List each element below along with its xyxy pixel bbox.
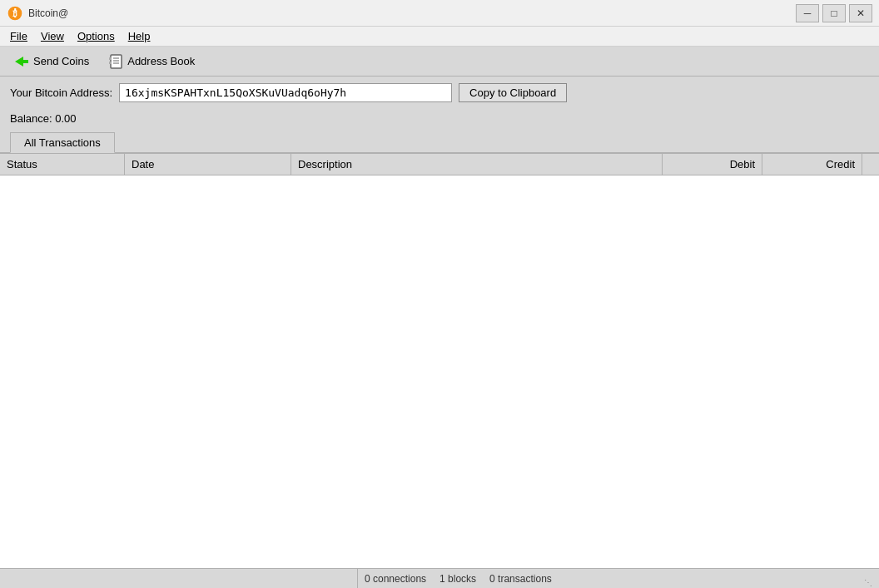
- address-label: Your Bitcoin Address:: [10, 86, 112, 99]
- resize-icon: ⋱: [856, 571, 872, 587]
- svg-marker-2: [15, 57, 28, 67]
- menu-help[interactable]: Help: [122, 28, 157, 44]
- status-blocks: 1 blocks: [440, 573, 476, 585]
- window-title: Bitcoin@: [28, 7, 68, 19]
- title-bar-controls: ─ □ ✕: [796, 4, 872, 22]
- status-left: [0, 569, 358, 588]
- column-header-debit: Debit: [663, 154, 762, 175]
- svg-rect-3: [111, 55, 122, 68]
- address-book-label: Address Book: [127, 55, 195, 67]
- column-header-credit: Credit: [762, 154, 862, 175]
- status-transactions: 0 transactions: [489, 573, 552, 585]
- column-header-description: Description: [291, 154, 663, 175]
- svg-rect-5: [109, 62, 112, 64]
- table-header: Status Date Description Debit Credit: [0, 154, 879, 175]
- address-bar: Your Bitcoin Address: Copy to Clipboard: [0, 77, 879, 109]
- balance-bar: Balance: 0.00: [0, 109, 879, 131]
- bitcoin-address-input[interactable]: [119, 83, 452, 102]
- status-bar: 0 connections 1 blocks 0 transactions ⋱: [0, 568, 879, 588]
- column-header-status: Status: [0, 154, 125, 175]
- bitcoin-logo-icon: ₿: [7, 5, 23, 22]
- send-coins-button[interactable]: Send Coins: [7, 50, 96, 73]
- menu-file[interactable]: File: [3, 28, 34, 44]
- column-header-extra: [862, 154, 879, 175]
- transaction-list: [0, 175, 879, 492]
- svg-rect-4: [109, 57, 112, 60]
- tab-all-transactions[interactable]: All Transactions: [10, 132, 115, 153]
- address-book-icon: [109, 54, 124, 69]
- status-connections: 0 connections: [365, 573, 426, 585]
- svg-text:₿: ₿: [12, 8, 17, 18]
- transaction-table: Status Date Description Debit Credit: [0, 153, 879, 568]
- status-right: 0 connections 1 blocks 0 transactions ⋱: [358, 571, 879, 587]
- tab-all-transactions-label: All Transactions: [24, 136, 101, 149]
- tabs-bar: All Transactions: [0, 131, 879, 153]
- copy-to-clipboard-button[interactable]: Copy to Clipboard: [459, 83, 567, 102]
- minimize-button[interactable]: ─: [796, 4, 819, 22]
- column-header-date: Date: [125, 154, 291, 175]
- address-book-button[interactable]: Address Book: [102, 51, 201, 72]
- balance-label: Balance:: [10, 112, 52, 125]
- menu-view[interactable]: View: [34, 28, 71, 44]
- balance-value: 0.00: [55, 112, 76, 125]
- title-bar: ₿ Bitcoin@ ─ □ ✕: [0, 0, 879, 27]
- send-coins-icon: [13, 53, 30, 70]
- title-bar-left: ₿ Bitcoin@: [7, 5, 68, 22]
- menu-bar: File View Options Help: [0, 27, 879, 47]
- menu-options[interactable]: Options: [71, 28, 122, 44]
- main-content: Send Coins Address Book Your Bitcoin Add…: [0, 47, 879, 568]
- close-button[interactable]: ✕: [849, 4, 872, 22]
- toolbar: Send Coins Address Book: [0, 47, 879, 77]
- send-coins-label: Send Coins: [33, 55, 89, 67]
- maximize-button[interactable]: □: [822, 4, 846, 22]
